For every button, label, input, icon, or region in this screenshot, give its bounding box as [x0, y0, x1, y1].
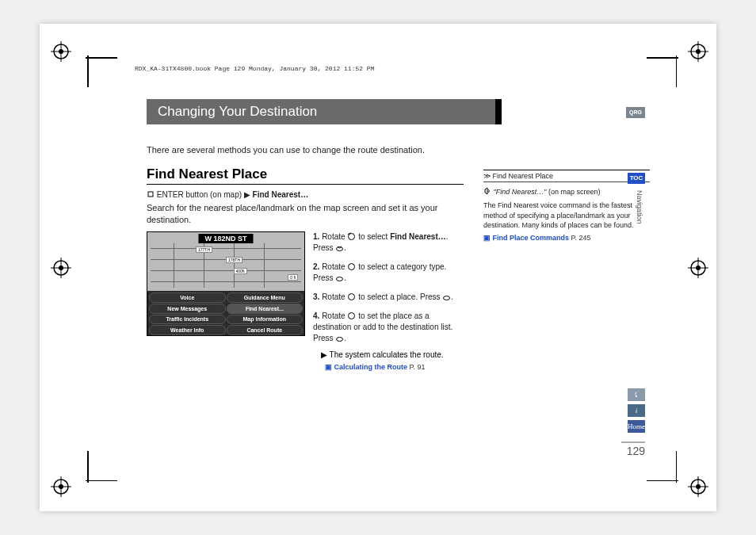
map-label: 178TH	[226, 257, 242, 263]
menu-new-messages[interactable]: New Messages	[149, 304, 226, 314]
info-gloss-icon: ≫	[483, 172, 493, 180]
intro-text: There are several methods you can use to…	[147, 145, 425, 155]
section-heading: Find Nearest Place	[147, 166, 464, 185]
home-tab-icon[interactable]: Home	[628, 420, 645, 433]
sidebar-link-label: Find Place Commands	[493, 234, 570, 242]
step-text: to select	[356, 232, 390, 241]
svg-point-30	[444, 296, 450, 300]
menu-voice[interactable]: Voice	[149, 292, 226, 303]
breadcrumb-item: Find Nearest…	[253, 190, 309, 199]
enter-button-icon	[147, 190, 155, 198]
menu-guidance[interactable]: Guidance Menu	[227, 292, 304, 303]
followup-text: The system calculates the route.	[330, 350, 444, 359]
step-1: 1. Rotate to select Find Nearest…. Press…	[313, 231, 464, 254]
voice-suffix: (on map screen)	[546, 188, 600, 196]
step-text: to select a place. Press	[356, 292, 442, 301]
arrow-icon: ▶	[321, 350, 327, 359]
step-number: 2.	[313, 262, 319, 271]
rotate-dial-icon	[347, 232, 356, 241]
menu-weather[interactable]: Weather Info	[149, 325, 226, 335]
registration-mark-icon	[51, 476, 71, 497]
breadcrumb-arrow-icon: ▶	[244, 190, 250, 199]
rotate-dial-icon	[347, 292, 356, 301]
side-icon-stack: ⤹ i Home	[628, 388, 645, 436]
step-text: .	[344, 334, 346, 342]
rotate-dial-icon	[347, 311, 356, 320]
menu-find-nearest[interactable]: Find Nearest...	[227, 304, 304, 314]
press-button-icon	[335, 273, 344, 282]
menu-cancel-route[interactable]: Cancel Route	[227, 325, 304, 335]
nav-screenshot: W 182ND ST 177TH 178TH 400ft 0 ft Voice …	[147, 231, 305, 336]
step-4: 4. Rotate to set the place as a destinat…	[313, 311, 464, 344]
registration-mark-icon	[688, 258, 708, 278]
rotate-dial-icon	[347, 262, 356, 271]
breadcrumb: ENTER button (on map) ▶ Find Nearest…	[147, 190, 308, 199]
step-text: .	[451, 292, 453, 301]
svg-point-25	[349, 234, 355, 240]
instruction-steps: 1. Rotate to select Find Nearest…. Press…	[313, 231, 464, 352]
svg-point-26	[337, 247, 343, 251]
map-grid: 177TH 178TH 400ft 0 ft	[151, 243, 301, 288]
svg-point-29	[349, 294, 355, 300]
sidebar-heading: ≫ Find Nearest Place	[483, 170, 650, 182]
breadcrumb-pre: ENTER button (on map)	[157, 190, 242, 199]
link-bullet-icon: ▣	[325, 363, 334, 371]
map-menu: Voice Guidance Menu New Messages Find Ne…	[147, 291, 304, 336]
cross-reference-link[interactable]: ▣ Calculating the Route P. 91	[325, 363, 425, 371]
info-tab-icon[interactable]: i	[628, 404, 645, 417]
step-number: 3.	[313, 292, 319, 301]
svg-point-27	[349, 264, 355, 270]
sidebar-link[interactable]: ▣ Find Place Commands P. 245	[483, 234, 650, 242]
page-title: Changing Your Destination	[147, 99, 495, 124]
map-scale-label: 400ft	[234, 268, 247, 274]
toc-tab[interactable]: TOC	[628, 173, 645, 184]
sidebar-voice-command: "Find Nearest…" (on map screen)	[483, 187, 650, 196]
street-sign: W 182ND ST	[198, 234, 253, 243]
step-text: .	[344, 243, 346, 252]
svg-point-28	[337, 277, 343, 281]
sidebar-head-text: Find Nearest Place	[493, 172, 554, 180]
link-page: P. 91	[410, 363, 426, 371]
step-2: 2. Rotate to select a category type. Pre…	[313, 262, 464, 284]
press-button-icon	[442, 292, 451, 301]
step-bold: Find Nearest…	[390, 232, 446, 241]
step-text: Rotate	[322, 232, 347, 241]
manual-page: RDX_KA-31TX4800.book Page 129 Monday, Ja…	[40, 24, 716, 511]
step-3: 3. Rotate to select a place. Press .	[313, 292, 464, 303]
step-number: 1.	[313, 232, 319, 241]
svg-rect-24	[148, 192, 153, 197]
map-distance-label: 0 ft	[288, 274, 298, 281]
sidebar-column: ≫ Find Nearest Place "Find Nearest…" (on…	[483, 170, 650, 242]
voice-tab-icon[interactable]: ⤹	[628, 388, 645, 401]
link-bullet-icon: ▣	[483, 234, 493, 242]
followup-note: ▶ The system calculates the route.	[321, 350, 464, 359]
step-number: 4.	[313, 311, 319, 320]
step-text: Rotate	[322, 311, 347, 320]
print-header-stamp: RDX_KA-31TX4800.book Page 129 Monday, Ja…	[135, 65, 374, 72]
section-description: Search for the nearest place/landmark on…	[147, 202, 464, 227]
map-label: 177TH	[196, 246, 212, 253]
sidebar-link-page: P. 245	[571, 234, 591, 242]
svg-point-31	[349, 313, 355, 319]
section-name-vertical: Navigation	[636, 190, 643, 224]
page-number: 129	[621, 441, 645, 457]
menu-map-info[interactable]: Map Information	[227, 315, 304, 325]
registration-mark-icon	[51, 258, 71, 278]
map-area: W 182ND ST 177TH 178TH 400ft 0 ft	[147, 232, 304, 291]
sidebar-body: The Find Nearest voice command is the fa…	[483, 201, 650, 231]
qrg-tab[interactable]: QRG	[626, 107, 645, 118]
press-button-icon	[335, 243, 344, 252]
registration-mark-icon	[51, 41, 71, 62]
step-text: Rotate	[322, 262, 347, 271]
step-text: .	[344, 273, 346, 282]
press-button-icon	[335, 334, 344, 342]
registration-mark-icon	[688, 476, 708, 497]
registration-mark-icon	[688, 41, 708, 62]
voice-phrase: "Find Nearest…"	[494, 188, 547, 196]
menu-traffic[interactable]: Traffic Incidents	[149, 315, 226, 325]
link-label: Calculating the Route	[334, 363, 408, 371]
svg-point-32	[337, 338, 343, 342]
voice-icon	[483, 187, 491, 195]
step-text: Rotate	[322, 292, 347, 301]
